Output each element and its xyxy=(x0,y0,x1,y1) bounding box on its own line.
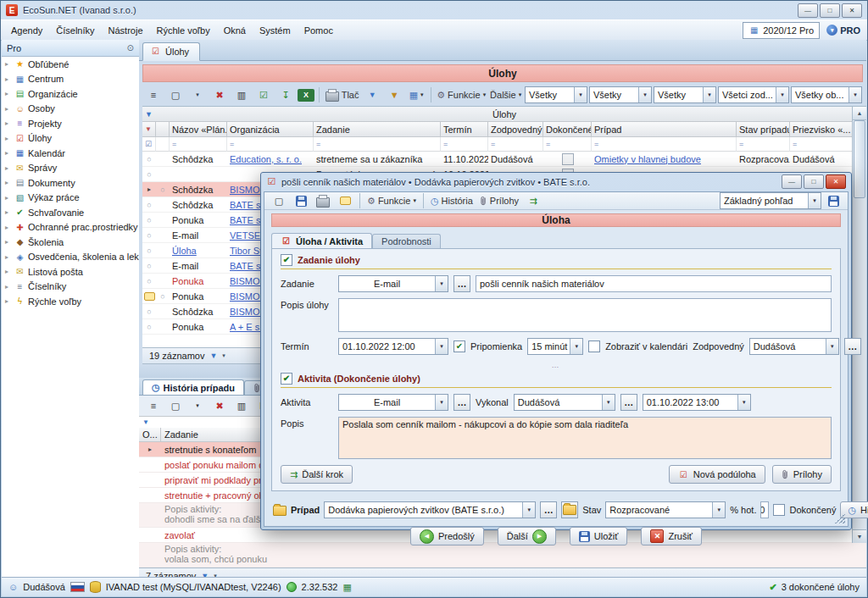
done-checkbox[interactable] xyxy=(562,153,574,165)
termin-datepicker[interactable]: 01.10.2022 12:00 ▾ xyxy=(338,338,448,355)
filter-cell-nazov[interactable]: = xyxy=(170,137,227,152)
new-dropdown-icon[interactable]: ▾ xyxy=(187,86,208,103)
filter-cell-termin[interactable]: = xyxy=(441,137,488,152)
ellipsis-button[interactable]: … xyxy=(453,275,470,292)
sidebar-item-schvalovanie[interactable]: ▸✔Schvaľovanie xyxy=(2,205,139,220)
organization-link[interactable]: Education, s. r. o. xyxy=(230,154,302,164)
ulozit-button[interactable]: Uložiť xyxy=(570,527,628,545)
sidebar-item-listova-posta[interactable]: ▸✉Listová pošta xyxy=(2,264,139,280)
chevron-down-icon[interactable]: ▾ xyxy=(776,87,788,102)
menu-rychle-volby[interactable]: Rýchle voľby xyxy=(150,23,217,38)
case-link[interactable]: Omietky v hlavnej budove xyxy=(594,154,701,164)
chevron-down-icon[interactable]: ▾ xyxy=(522,502,535,518)
print-icon[interactable] xyxy=(313,192,333,209)
zrusit-button[interactable]: ✕ Zrušiť xyxy=(641,527,702,545)
col-pripad[interactable]: Prípad xyxy=(592,122,737,137)
interval-combo[interactable]: 15 minút ▾ xyxy=(527,338,583,355)
tab-ulohy[interactable]: ☑ Úlohy xyxy=(142,42,200,61)
sidebar-item-organizacie[interactable]: ▸▤Organizácie xyxy=(2,86,139,102)
sidebar-item-kalendar[interactable]: ▸▦Kalendár xyxy=(2,146,139,161)
sidebar-item-vykaz-prace[interactable]: ▸▧Výkaz práce xyxy=(2,191,139,206)
menu-ciselniky[interactable]: Číselníky xyxy=(49,23,101,38)
menu-pomoc[interactable]: Pomoc xyxy=(298,23,340,38)
resize-grip[interactable] xyxy=(835,513,845,523)
scroll-down-arrow[interactable]: ▼ xyxy=(853,529,866,543)
open-case-button[interactable] xyxy=(561,501,578,518)
collapsed-splitter[interactable]: … xyxy=(281,362,832,369)
table-row[interactable]: ○ Schôdzka Education, s. r. o. stretneme… xyxy=(142,152,866,167)
sidebar-item-osoby[interactable]: ▸☺Osoby xyxy=(2,102,139,117)
sidebar-item-osvedcenia[interactable]: ▸◈Osvedčenia, školenia a leká... xyxy=(2,250,139,265)
zadanie-input[interactable]: pošli cenník našich materiálov xyxy=(476,275,832,292)
funnel-icon[interactable]: ▼ xyxy=(362,86,382,103)
funkcie-button[interactable]: ⚙ Funkcie ▾ xyxy=(436,86,487,103)
maximize-button[interactable]: □ xyxy=(820,3,840,18)
export-button[interactable]: ↧ xyxy=(275,86,296,103)
aktivita-section-checkbox[interactable]: ✔ xyxy=(281,373,292,385)
save-view-button[interactable] xyxy=(823,192,843,209)
ellipsis-button[interactable]: … xyxy=(844,338,861,355)
header-icon-col[interactable] xyxy=(156,122,170,137)
menu-system[interactable]: Systém xyxy=(253,23,298,38)
sidebar-header[interactable]: Pro ⊙ xyxy=(2,40,139,57)
maximize-button[interactable]: □ xyxy=(804,174,824,189)
chevron-down-icon[interactable]: ▾ xyxy=(849,87,861,102)
delete-button[interactable]: ✖ xyxy=(209,397,230,414)
menu-okna[interactable]: Okná xyxy=(217,23,253,38)
chevron-down-icon[interactable]: ▾ xyxy=(712,502,725,518)
filter-combo-4[interactable]: Všetci zod...▾ xyxy=(718,86,789,103)
print-button[interactable]: Tlač xyxy=(324,86,360,103)
col-organizacia[interactable]: Organizácia xyxy=(227,122,314,137)
sidebar-item-skolenia[interactable]: ▸◆Školenia xyxy=(2,235,139,250)
filter-cell[interactable]: ☑ xyxy=(142,137,156,152)
tab-podrobnosti[interactable]: Podrobnosti xyxy=(372,234,441,248)
funkcie-button[interactable]: ⚙ Funkcie ▾ xyxy=(364,192,419,209)
dokonceny-checkbox[interactable] xyxy=(773,504,785,516)
period-selector[interactable]: ▦ 2020/12 Pro xyxy=(743,22,820,39)
status-done-tasks[interactable]: 3 dokončené úlohy xyxy=(782,582,860,592)
close-button[interactable]: ✕ xyxy=(842,3,862,18)
new-record-button[interactable]: ▢ xyxy=(165,397,186,414)
filter-cell-zadanie[interactable]: = xyxy=(314,137,441,152)
task-link[interactable]: Úloha xyxy=(172,246,197,256)
pripad-combo[interactable]: Dodávka papierových zvitkov (BATE s.r.o.… xyxy=(324,501,536,518)
vykonal-datetime-picker[interactable]: 01.10.2022 13:00 ▾ xyxy=(643,394,751,411)
sidebar-item-rychle-volby[interactable]: ▸ϟRýchle voľby xyxy=(2,294,139,309)
delete-button[interactable]: ✖ xyxy=(209,86,230,103)
ellipsis-button[interactable]: … xyxy=(453,394,470,411)
chevron-down-icon[interactable]: ▾ xyxy=(570,339,582,354)
view-combo[interactable]: Základný pohľad ▾ xyxy=(720,192,821,209)
columns-button[interactable]: ▥ xyxy=(231,397,252,414)
columns-button[interactable]: ▥ xyxy=(231,86,252,103)
pro-badge[interactable]: ▾ PRO xyxy=(826,25,860,36)
sidebar-item-ciselniky[interactable]: ▸≡Číselníky xyxy=(2,280,139,295)
dalsi-krok-button[interactable]: ⇉ Ďalší krok xyxy=(281,465,353,484)
minimize-button[interactable]: — xyxy=(798,3,818,18)
tab-historia-pripadu[interactable]: ◷ História prípadu xyxy=(142,379,244,395)
chevron-down-icon[interactable]: ▾ xyxy=(435,395,448,410)
sidebar-item-dokumenty[interactable]: ▸▤Dokumenty xyxy=(2,175,139,191)
close-button[interactable]: ✕ xyxy=(826,174,846,189)
pin-icon[interactable]: ⊙ xyxy=(127,43,134,53)
chevron-down-icon[interactable]: ▾ xyxy=(222,352,225,359)
col-nazov[interactable]: Názov «Plán... xyxy=(170,122,227,137)
col-zodpovedny[interactable]: Zodpovedný xyxy=(488,122,543,137)
chevron-down-icon[interactable]: ▾ xyxy=(435,339,448,354)
menu-icon[interactable]: ≡ xyxy=(143,86,164,103)
aktivita-type-combo[interactable]: E-mail ▾ xyxy=(338,394,448,411)
predosly-button[interactable]: ◀ Predošlý xyxy=(410,527,484,545)
nova-podulona-button[interactable]: ☑ Nová podúloha xyxy=(669,465,765,484)
workflow-icon[interactable]: ⇉ xyxy=(523,192,543,209)
col-stav-pripadu[interactable]: Stav prípadu xyxy=(737,122,790,137)
batch-check-button[interactable]: ☑ xyxy=(253,86,274,103)
zadanie-section-checkbox[interactable]: ✔ xyxy=(281,254,292,266)
filter-button[interactable]: ▼ xyxy=(384,86,404,103)
zadanie-type-combo[interactable]: E-mail ▾ xyxy=(338,275,448,292)
ellipsis-button[interactable]: … xyxy=(620,394,637,411)
menu-icon[interactable]: ≡ xyxy=(143,397,164,414)
scroll-up-arrow[interactable]: ▲ xyxy=(853,107,866,120)
sidebar-item-spravy[interactable]: ▸✉Správy xyxy=(2,161,139,176)
zodpovedny-combo[interactable]: Dudášová ▾ xyxy=(749,338,839,355)
stav-combo[interactable]: Rozpracované ▾ xyxy=(605,501,726,518)
filter-combo-2[interactable]: Všetky▾ xyxy=(589,86,652,103)
